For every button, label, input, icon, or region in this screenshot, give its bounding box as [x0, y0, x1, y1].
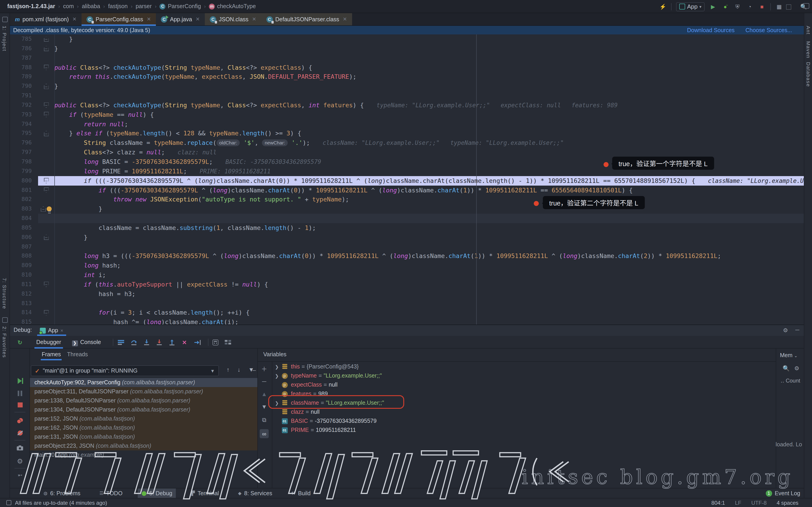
close-icon[interactable]: ✕: [196, 16, 200, 22]
tab-debugger[interactable]: Debugger: [36, 336, 61, 349]
sidebar-item-database[interactable]: Database: [806, 62, 811, 87]
tab-frames[interactable]: Frames: [42, 351, 61, 357]
line-number[interactable]: 790: [10, 81, 38, 91]
close-icon[interactable]: ✕: [252, 16, 256, 22]
fold-marker-icon[interactable]: –: [44, 234, 49, 240]
line-ending[interactable]: LF: [735, 500, 741, 506]
expander-icon[interactable]: ❯: [273, 373, 281, 378]
search-icon[interactable]: 🔍: [782, 365, 790, 372]
gear-icon[interactable]: ⚙: [783, 327, 788, 334]
line-number[interactable]: 801: [10, 185, 38, 195]
line-number[interactable]: 813: [10, 298, 38, 308]
intention-bulb-icon[interactable]: [47, 207, 52, 211]
step-out-icon[interactable]: [168, 338, 176, 346]
line-number[interactable]: 815: [10, 318, 38, 325]
hide-tabs-icon[interactable]: [803, 3, 809, 9]
variable-row[interactable]: p expectClass= null: [273, 380, 775, 389]
sidebar-item-maven[interactable]: Maven: [806, 41, 811, 58]
line-number[interactable]: 809: [10, 261, 38, 271]
breadcrumb-item[interactable]: CParserConfig: [160, 3, 201, 9]
line-number[interactable]: 805: [10, 223, 38, 233]
run-icon[interactable]: ▶: [709, 3, 717, 10]
monitor-icon[interactable]: ⃞: [788, 3, 795, 10]
breadcrumb-item[interactable]: com: [63, 3, 74, 9]
line-number[interactable]: 787: [10, 53, 38, 63]
fold-marker-icon[interactable]: –: [44, 187, 49, 193]
variable-row[interactable]: clazz= null: [273, 407, 775, 416]
fold-marker-icon[interactable]: –: [41, 206, 46, 212]
coverage-icon[interactable]: ⛨: [733, 3, 741, 10]
add-watch-icon[interactable]: ＋: [260, 364, 269, 373]
caret-position[interactable]: 804:1: [711, 500, 725, 506]
line-number[interactable]: 796: [10, 138, 38, 148]
toolwindow-boxes-icon[interactable]: ▦: [775, 3, 783, 10]
step-over-icon[interactable]: [130, 338, 138, 346]
fold-marker-icon[interactable]: –: [44, 103, 49, 108]
watches-glasses-icon[interactable]: ∞: [260, 429, 269, 438]
show-execution-point-icon[interactable]: [117, 338, 125, 346]
fold-marker-icon[interactable]: –: [44, 310, 49, 316]
indent-setting[interactable]: 4 spaces: [777, 500, 798, 506]
line-number[interactable]: 810: [10, 270, 38, 280]
stack-frame-row[interactable]: checkAutoType:902, ParserConfig (com.ali…: [30, 378, 257, 387]
file-encoding[interactable]: UTF-8: [751, 500, 767, 506]
build-wand-icon[interactable]: ⚡: [659, 3, 667, 10]
line-number[interactable]: 799: [10, 167, 38, 176]
line-number[interactable]: 794: [10, 119, 38, 129]
line-number[interactable]: 811: [10, 280, 38, 289]
favorites-toolwindow-icon[interactable]: [2, 317, 8, 323]
evaluate-expression-icon[interactable]: [211, 338, 219, 346]
copy-stack-icon[interactable]: ⧉: [260, 415, 269, 425]
fold-marker-icon[interactable]: –: [44, 178, 49, 183]
breadcrumb-item[interactable]: parser: [136, 3, 152, 9]
fold-marker-icon[interactable]: –: [44, 131, 49, 136]
move-up-icon[interactable]: ▲: [260, 389, 269, 398]
line-number[interactable]: 803: [10, 204, 38, 214]
stack-frame-row[interactable]: parse:1338, DefaultJSONParser (com.aliba…: [30, 396, 257, 405]
line-number[interactable]: 785: [10, 35, 38, 44]
line-number[interactable]: 795: [10, 129, 38, 138]
tab-threads[interactable]: Threads: [67, 351, 88, 357]
line-number[interactable]: 798: [10, 157, 38, 167]
variable-row[interactable]: ❯ p typeName= "LLorg.example.User;;": [273, 371, 775, 380]
close-icon[interactable]: ×: [60, 328, 63, 333]
breadcrumb-item[interactable]: alibaba: [82, 3, 100, 9]
force-step-into-icon[interactable]: [155, 338, 163, 346]
line-number[interactable]: 792: [10, 101, 38, 110]
fold-marker-icon[interactable]: –: [44, 46, 49, 51]
status-icon[interactable]: [6, 500, 11, 505]
line-number[interactable]: 786: [10, 44, 38, 53]
line-number[interactable]: 808: [10, 251, 38, 261]
close-icon[interactable]: ✕: [147, 16, 151, 22]
tab-console[interactable]: Console: [80, 336, 101, 349]
sidebar-item-ant[interactable]: Ant: [806, 26, 811, 35]
debug-bug-icon[interactable]: ●̈: [721, 3, 729, 10]
event-log[interactable]: 1 Event Log: [766, 490, 800, 496]
close-icon[interactable]: ✕: [72, 16, 77, 22]
fold-marker-icon[interactable]: –: [44, 83, 49, 89]
frame-down-icon[interactable]: ↓: [238, 366, 240, 373]
sidebar-item-structure[interactable]: 7: Structure: [2, 278, 7, 309]
thread-selector[interactable]: ✓ "main"@1 in group "main": RUNNING ▼: [31, 365, 219, 376]
variable-row[interactable]: 01 PRIME= 1099511628211: [273, 426, 775, 435]
view-breakpoints-icon[interactable]: [16, 416, 24, 425]
line-number[interactable]: 797: [10, 148, 38, 157]
editor-tab[interactable]: mpom.xml (fastjson)✕: [10, 13, 82, 25]
line-number[interactable]: 791: [10, 91, 38, 101]
editor-tab[interactable]: CParserConfig.class✕: [82, 13, 156, 25]
layout-settings-icon[interactable]: [224, 338, 232, 346]
minimize-icon[interactable]: ─: [795, 327, 799, 334]
memory-tab[interactable]: Mem ⌄: [780, 352, 798, 358]
line-number[interactable]: 802: [10, 195, 38, 205]
variable-row[interactable]: 01 BASIC= -3750763034362895579: [273, 416, 775, 426]
stop-icon[interactable]: ■: [758, 3, 766, 10]
stack-frame-row[interactable]: parse:1304, DefaultJSONParser (com.aliba…: [30, 405, 257, 414]
run-config-selector[interactable]: App ▾: [676, 2, 705, 11]
line-number[interactable]: 804: [10, 214, 38, 223]
line-number[interactable]: 793: [10, 110, 38, 119]
step-into-icon[interactable]: [142, 338, 150, 346]
line-number[interactable]: 807: [10, 242, 38, 251]
drop-frame-icon[interactable]: ✕: [180, 338, 189, 346]
move-down-icon[interactable]: ▼: [260, 402, 269, 411]
frame-up-icon[interactable]: ↑: [226, 366, 230, 373]
